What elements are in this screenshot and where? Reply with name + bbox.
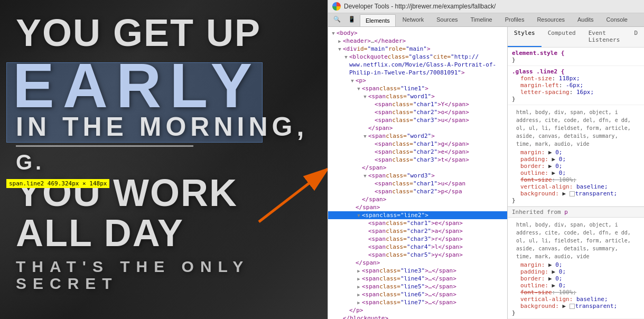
- triangle-icon[interactable]: [356, 291, 362, 298]
- dom-line[interactable]: <span class="char1">Y</span>: [328, 100, 507, 108]
- dom-line[interactable]: <span class="line5">…</span>: [328, 283, 507, 290]
- style-rule-inherited-p: html, body, div, span, object, i address…: [508, 218, 644, 319]
- tab-elements[interactable]: Elements: [360, 14, 396, 26]
- triangle-icon[interactable]: [356, 85, 362, 92]
- devtools-panel: Developer Tools - http://jbrewer.me/exam…: [328, 0, 644, 319]
- dom-line[interactable]: </span>: [328, 164, 507, 172]
- dom-line[interactable]: </blockquote>: [328, 314, 507, 319]
- triangle-icon[interactable]: [362, 133, 368, 139]
- style-rule-element: element.style { }: [508, 48, 644, 66]
- tab-profiles[interactable]: Profiles: [499, 13, 530, 26]
- triangle-icon[interactable]: [362, 172, 368, 179]
- line4-text: G.: [16, 151, 312, 173]
- tab-timeline[interactable]: Timeline: [465, 13, 498, 26]
- dom-panel[interactable]: <body> <header>…</header> <div id="main"…: [328, 27, 508, 319]
- element-size-label: span.line2 469.324px × 148px: [6, 179, 109, 188]
- devtools-title: Developer Tools - http://jbrewer.me/exam…: [344, 3, 640, 10]
- triangle-icon[interactable]: [356, 299, 362, 306]
- inherited-from-p-header: Inherited from p: [508, 207, 644, 218]
- triangle-icon[interactable]: [356, 275, 362, 282]
- dom-line[interactable]: <header>…</header>: [328, 37, 507, 45]
- style-rule-glass-line2: .glass .line2 { font-size: 118px; margin…: [508, 66, 644, 105]
- line1-text: YOU GET UP: [16, 13, 312, 53]
- style-overflow-text: html, body, div, span, object, i address…: [508, 105, 644, 207]
- dom-line[interactable]: <span class="char2">a</span>: [328, 227, 507, 235]
- triangle-icon[interactable]: [349, 77, 356, 84]
- dom-line[interactable]: <div id="main" role="main">: [328, 45, 507, 53]
- mobile-icon[interactable]: 📱: [345, 13, 359, 26]
- dom-line[interactable]: <span class="char1">u</span: [328, 180, 507, 187]
- triangle-icon[interactable]: [337, 45, 343, 52]
- dom-line[interactable]: <span class="line1">: [328, 85, 507, 92]
- dom-line[interactable]: <span class="char2">e</span>: [328, 148, 507, 156]
- triangle-icon[interactable]: [330, 30, 337, 36]
- triangle-icon[interactable]: [362, 93, 368, 100]
- dom-line[interactable]: </span>: [328, 259, 507, 267]
- dom-line[interactable]: </p>: [328, 306, 507, 314]
- dom-line[interactable]: <span class="line4">…</span>: [328, 275, 507, 283]
- tab-network[interactable]: Network: [397, 13, 430, 26]
- tab-sources[interactable]: Sources: [431, 13, 463, 26]
- dom-line[interactable]: <span class="char5">y</span>: [328, 251, 507, 259]
- dom-line[interactable]: <span class="char2">p</spa: [328, 187, 507, 195]
- line7-text: THAT'S THE ONLY SECRET: [16, 258, 312, 292]
- dom-line[interactable]: <span class="char1">e</span>: [328, 219, 507, 227]
- devtools-nav-tabs: 🔍 📱 Elements Network Sources Timeline Pr…: [328, 13, 644, 27]
- dom-line[interactable]: <p>: [328, 77, 507, 85]
- dom-line[interactable]: <body>: [328, 29, 507, 37]
- triangle-icon[interactable]: [356, 212, 362, 219]
- dom-line[interactable]: <span class="line3">…</span>: [328, 267, 507, 275]
- chrome-icon: [332, 2, 341, 11]
- tab-resources[interactable]: Resources: [531, 13, 571, 26]
- triangle-icon[interactable]: [343, 53, 349, 60]
- dom-line[interactable]: <span class="word3">: [328, 172, 507, 180]
- dom-line[interactable]: </span>: [328, 203, 507, 211]
- tab-console[interactable]: Console: [601, 13, 633, 26]
- inherited-p-text: html, body, div, span, object, i address…: [512, 220, 640, 261]
- divider: [16, 145, 193, 147]
- style-tabs: Styles Computed Event Listeners D: [508, 27, 644, 48]
- dom-line[interactable]: <blockquote class="glass" cite="http://: [328, 53, 507, 61]
- search-icon[interactable]: 🔍: [330, 13, 344, 26]
- dom-line-selected[interactable]: <span class="line2">: [328, 211, 507, 219]
- dom-line[interactable]: <span class="char2">o</span>: [328, 108, 507, 116]
- dom-line[interactable]: <span class="char3">t</span>: [328, 156, 507, 164]
- dom-line[interactable]: <span class="char4">l</span>: [328, 243, 507, 251]
- triangle-icon[interactable]: [356, 267, 362, 274]
- website-preview: YOU GET UP EARLY IN THE MORNING, G. YOU …: [0, 0, 328, 319]
- dom-line[interactable]: <span class="word2">: [328, 132, 507, 140]
- dom-line[interactable]: Philip-in-Twelve-Parts/70081091">: [328, 69, 507, 77]
- tab-event-listeners[interactable]: Event Listeners: [582, 27, 628, 47]
- tab-styles[interactable]: Styles: [508, 27, 542, 47]
- line6-text: ALL DAY: [16, 213, 312, 254]
- devtools-header: Developer Tools - http://jbrewer.me/exam…: [328, 0, 644, 13]
- dom-line[interactable]: <span class="line6">…</span>: [328, 290, 507, 298]
- dom-line[interactable]: </span>: [328, 195, 507, 203]
- dom-line[interactable]: www.netflix.com/Movie/Glass-A-Portrait-o…: [328, 61, 507, 69]
- tab-d[interactable]: D: [628, 27, 644, 47]
- dom-line[interactable]: </span>: [328, 124, 507, 132]
- line2-text: EARLY: [13, 53, 260, 119]
- selector-text: html, body, div, span, object, i address…: [512, 107, 640, 149]
- dom-line[interactable]: <span class="line7">…</span>: [328, 298, 507, 306]
- website-content: YOU GET UP EARLY IN THE MORNING, G. YOU …: [0, 0, 328, 302]
- tab-computed[interactable]: Computed: [542, 27, 582, 47]
- dom-line[interactable]: <span class="char1">g</span>: [328, 140, 507, 148]
- dom-line[interactable]: <span class="char3">u</span>: [328, 116, 507, 124]
- devtools-body: <body> <header>…</header> <div id="main"…: [328, 27, 644, 319]
- triangle-icon[interactable]: [356, 283, 362, 290]
- tab-audits[interactable]: Audits: [572, 13, 600, 26]
- dom-line[interactable]: <span class="word1">: [328, 92, 507, 100]
- dom-line[interactable]: <span class="char3">r</span>: [328, 235, 507, 243]
- styles-panel: Styles Computed Event Listeners D elemen…: [508, 27, 644, 319]
- triangle-icon[interactable]: [337, 37, 343, 44]
